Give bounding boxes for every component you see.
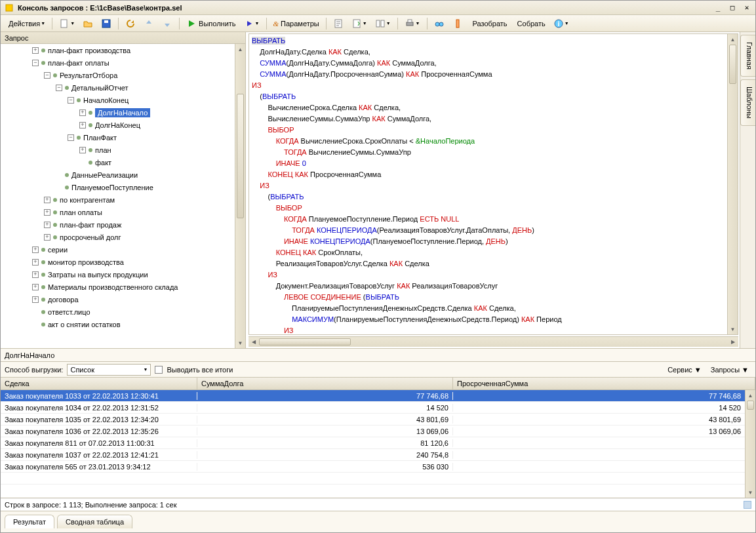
scroll-down-icon[interactable]: ▼ (728, 324, 738, 334)
scroll-down-icon[interactable]: ▼ (746, 487, 755, 498)
tree-item[interactable]: +по контрагентам (1, 193, 235, 206)
tree-item[interactable]: +договора (1, 293, 235, 306)
tree-scrollbar[interactable]: ▲ ▼ (235, 44, 245, 348)
close-button[interactable]: ✕ (742, 3, 751, 12)
expand-icon[interactable]: + (32, 296, 39, 303)
tree-item[interactable]: акт о снятии остатков (1, 318, 235, 330)
code-vscroll[interactable]: ▲ ▼ (727, 34, 738, 334)
code-hscroll[interactable]: ◀ ▶ (249, 336, 738, 347)
col-header[interactable]: ПросроченнаяСумма (453, 378, 755, 389)
scroll-up-icon[interactable]: ▲ (235, 44, 245, 54)
table-row[interactable]: Заказ покупателя 1037 от 22.02.2013 12:4… (1, 449, 745, 461)
wizard-button[interactable] (449, 17, 466, 30)
tree-item[interactable]: +план оплаты (1, 206, 235, 218)
expand-icon[interactable]: + (79, 109, 86, 116)
expand-icon[interactable]: + (32, 47, 39, 54)
grid-scrollbar[interactable]: ▲ ▼ (745, 390, 755, 498)
tree-item[interactable]: −НачалоКонец (1, 94, 235, 106)
maximize-button[interactable]: □ (728, 3, 737, 12)
run-button[interactable]: Выполнить (183, 17, 239, 30)
scroll-left-icon[interactable]: ◀ (249, 337, 259, 347)
side-tab-main[interactable]: Главная (740, 35, 755, 77)
expand-icon[interactable]: + (79, 147, 86, 153)
params-button[interactable]: &Параметры (270, 17, 323, 30)
service-menu[interactable]: Сервис▼ (665, 366, 704, 374)
scroll-up-icon[interactable]: ▲ (728, 34, 738, 45)
scroll-up-icon[interactable]: ▲ (746, 390, 755, 401)
print-button[interactable]: ▼ (401, 17, 424, 30)
expand-icon[interactable]: + (44, 222, 50, 228)
tree-item[interactable]: ответст.лицо (1, 306, 235, 318)
show-totals-checkbox[interactable] (155, 366, 163, 374)
tree-item[interactable]: ПлануемоеПоступление (1, 181, 235, 193)
collapse-icon[interactable]: − (68, 134, 74, 141)
help-button[interactable]: i▼ (550, 17, 572, 30)
tree-item[interactable]: −план-факт оплаты (1, 56, 235, 69)
tab-pivot[interactable]: Сводная таблица (57, 515, 132, 528)
collapse-icon[interactable]: − (32, 60, 39, 66)
tree-item[interactable]: −ДетальныйОтчет (1, 81, 235, 94)
tree-button[interactable]: ▼ (348, 17, 370, 30)
tree-item[interactable]: −РезультатОтбора (1, 69, 235, 81)
side-tab-templates[interactable]: Шаблоны (740, 79, 755, 126)
tree-item[interactable]: −ПланФакт (1, 131, 235, 144)
expand-icon[interactable]: + (32, 247, 39, 253)
table-row[interactable] (1, 473, 745, 484)
report-button[interactable] (330, 17, 347, 30)
expand-icon[interactable]: + (44, 209, 50, 216)
tree-item[interactable]: +ДолгНаКонец (1, 119, 235, 131)
query-tree[interactable]: +план-факт производства−план-факт оплаты… (1, 44, 235, 348)
scroll-right-icon[interactable]: ▶ (728, 337, 738, 347)
table-row[interactable]: Заказ покупателя 1036 от 22.02.2013 12:3… (1, 425, 745, 437)
expand-icon[interactable]: + (79, 122, 86, 128)
table-row[interactable]: Заказ покупателя 1035 от 22.02.2013 12:3… (1, 414, 745, 425)
expand-icon[interactable]: + (32, 284, 39, 290)
table-row[interactable]: Заказ покупателя 1034 от 22.02.2013 12:3… (1, 402, 745, 414)
tree-item[interactable]: +план-факт продаж (1, 218, 235, 231)
col-header[interactable]: Сделка (1, 378, 197, 389)
tree-item[interactable]: факт (1, 156, 235, 168)
collapse-icon[interactable]: − (68, 97, 74, 104)
tree-item[interactable]: +серии (1, 243, 235, 256)
up-button[interactable] (140, 17, 157, 30)
tab-result[interactable]: Результат (5, 515, 54, 528)
tree-item[interactable]: +Затраты на выпуск продукции (1, 268, 235, 281)
collapse-icon[interactable]: − (44, 72, 50, 79)
asm-button[interactable]: Собрать (512, 17, 549, 30)
table-row[interactable]: Заказ покупателя 565 от 23.01.2013 9:34:… (1, 461, 745, 473)
expand-icon[interactable]: + (32, 259, 39, 266)
queries-menu[interactable]: Запросы▼ (708, 366, 751, 374)
tree-item[interactable]: +Материалы производственного склада (1, 281, 235, 293)
tree-item[interactable]: ДанныеРеализации (1, 168, 235, 181)
find-button[interactable] (431, 17, 448, 30)
tree-item[interactable]: +ДолгНаНачало (1, 106, 235, 119)
actions-menu[interactable]: Действия▼ (3, 17, 49, 30)
expand-icon[interactable]: + (44, 234, 50, 241)
compare-button[interactable]: ▼ (372, 17, 394, 30)
tree-item[interactable]: +план (1, 144, 235, 156)
scroll-down-icon[interactable]: ▼ (235, 338, 245, 348)
expand-icon[interactable]: + (32, 271, 39, 278)
code-editor[interactable]: ВЫБРАТЬ ДолгНаДату.Сделка КАК Сделка, СУ… (249, 34, 727, 334)
tree-item[interactable]: +просроченый долг (1, 231, 235, 243)
collapse-icon[interactable]: − (56, 85, 62, 91)
save-button[interactable] (98, 17, 115, 30)
tree-item[interactable]: +план-факт производства (1, 44, 235, 56)
col-header[interactable]: СуммаДолга (197, 378, 453, 389)
export-mode-combo[interactable]: Список▼ (67, 364, 151, 376)
run-step-button[interactable]: ▼ (241, 17, 263, 30)
expand-icon[interactable]: + (44, 197, 50, 203)
table-row[interactable]: Заказ покупателя 1033 от 22.02.2013 12:3… (1, 390, 745, 402)
table-row[interactable]: Заказ покупателя 811 от 07.02.2013 11:00… (1, 437, 745, 449)
scroll-thumb[interactable] (237, 94, 244, 218)
minimize-button[interactable]: _ (713, 3, 723, 12)
scroll-thumb[interactable] (259, 338, 351, 345)
open-button[interactable] (79, 17, 96, 30)
scroll-thumb[interactable] (747, 401, 754, 410)
tree-item[interactable]: +монитор производства (1, 256, 235, 268)
refresh-button[interactable] (122, 17, 139, 30)
scroll-thumb[interactable] (729, 45, 736, 84)
down-button[interactable] (159, 17, 176, 30)
new-doc-button[interactable]: ▼ (56, 17, 78, 30)
disasm-button[interactable]: Разобрать (468, 17, 511, 30)
